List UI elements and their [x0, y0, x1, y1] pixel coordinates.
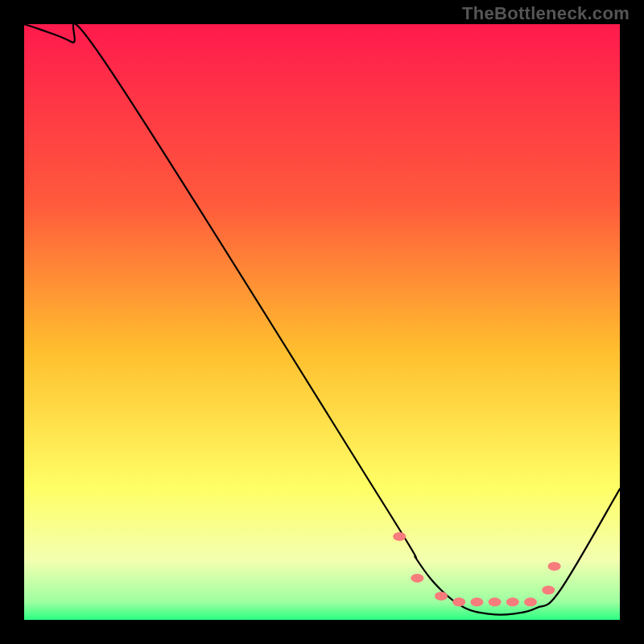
highlight-dot	[435, 592, 448, 601]
gradient-background	[24, 24, 620, 620]
chart-frame: TheBottleneck.com	[0, 0, 644, 644]
watermark-text: TheBottleneck.com	[462, 3, 630, 24]
highlight-dot	[548, 562, 561, 571]
highlight-dot	[470, 597, 483, 606]
highlight-dot	[411, 574, 423, 583]
chart-svg	[24, 24, 620, 620]
highlight-dot	[452, 597, 465, 606]
highlight-dot	[542, 586, 555, 595]
highlight-dot	[393, 532, 406, 541]
highlight-dot	[506, 597, 519, 606]
plot-area	[24, 24, 620, 620]
highlight-dot	[489, 597, 502, 606]
highlight-dot	[524, 597, 537, 606]
